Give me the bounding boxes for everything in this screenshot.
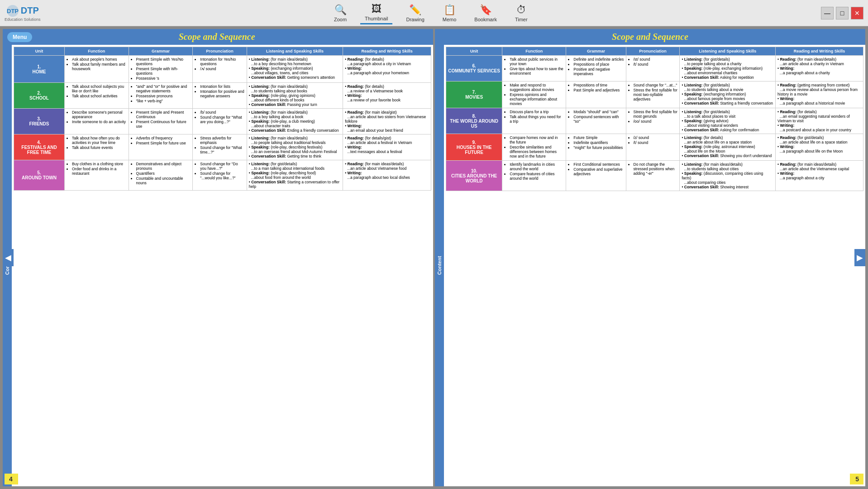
- minimize-button[interactable]: —: [821, 7, 834, 19]
- nav-prev-button[interactable]: ◀: [3, 249, 14, 266]
- grammar-cell-6: Definite and indefinite articlesPreposit…: [566, 56, 626, 82]
- menu-button[interactable]: Menu: [7, 32, 32, 42]
- reading-cell-1: • Reading: (for details) ...a paragraph …: [343, 56, 431, 83]
- function-cell-9: Compare homes now and in the futureDescr…: [502, 134, 566, 161]
- reading-cell-10: • Reading: (for main ideas/details) ...a…: [776, 161, 863, 191]
- unit-cell-4: 4.FESTIVALS AND FREE TIME: [14, 134, 65, 160]
- timer-icon: ⏱: [516, 4, 526, 16]
- nav-next-button[interactable]: ▶: [854, 249, 865, 266]
- reading-cell-8: • Reading: (for details) ...an email sug…: [776, 108, 863, 134]
- left-table-header: Unit Function Grammar Pronunciation List…: [14, 47, 431, 56]
- content-label-right: Content: [435, 45, 444, 486]
- grammar-cell-5: Demonstratives and object pronounsQuanti…: [129, 160, 193, 191]
- function-cell-1: Ask about people's homesTalk about famil…: [64, 56, 129, 83]
- drawing-icon: ✏️: [409, 4, 421, 16]
- col-function-left: Function: [64, 47, 129, 56]
- function-cell-5: Buy clothes in a clothing storeOrder foo…: [64, 160, 129, 191]
- col-unit-left: Unit: [14, 47, 65, 56]
- right-scope-title: Scope and Sequence: [467, 32, 834, 42]
- page-right: Scope and Sequence Content Unit Function…: [435, 29, 865, 486]
- table-row: 8.THE WORLD AROUND US Discuss plans for …: [446, 108, 863, 134]
- page-number-right: 5: [850, 474, 863, 484]
- listening-cell-10: • Listening: (for main ideas/details) ..…: [680, 161, 776, 191]
- left-table-area: Unit Function Grammar Pronunciation List…: [12, 45, 433, 486]
- table-row: 7.MOVIES Make and respond to suggestions…: [446, 82, 863, 108]
- grammar-cell-4: Adverbs of frequencyPresent Simple for f…: [129, 134, 193, 160]
- reading-cell-4: • Reading: (for details/gist) ...an arti…: [343, 134, 431, 160]
- bookmark-tool[interactable]: 🔖 Bookmark: [470, 2, 501, 24]
- timer-tool[interactable]: ⏱ Timer: [510, 2, 532, 24]
- drawing-tool[interactable]: ✏️ Drawing: [401, 2, 429, 24]
- svg-text:DTP: DTP: [7, 8, 19, 14]
- zoom-tool[interactable]: 🔍 Zoom: [329, 2, 351, 24]
- reading-cell-7: • Reading: (getting meaning from context…: [776, 82, 863, 108]
- right-table-area: Unit Function Grammar Pronunciation List…: [444, 45, 865, 486]
- listening-cell-3: • Listening: (for main idea/details) ...…: [247, 109, 343, 134]
- left-table: Unit Function Grammar Pronunciation List…: [14, 47, 431, 191]
- function-cell-8: Discuss plans for a tripTalk about thing…: [502, 108, 566, 134]
- pronunciation-cell-7: Sound change for "...at..."Stress the fi…: [626, 82, 680, 108]
- unit-cell-1: 1.HOME: [14, 56, 65, 83]
- timer-label: Timer: [515, 17, 528, 22]
- pronunciation-cell-6: /st/ sound/t/ sound: [626, 56, 680, 82]
- table-row: 9.HOUSES IN THE FUTURE Compare homes now…: [446, 134, 863, 161]
- right-table: Unit Function Grammar Pronunciation List…: [446, 47, 863, 191]
- table-row: 6.COMMUNITY SERVICES Talk about public s…: [446, 56, 863, 82]
- function-cell-10: Identify landmarks in cities around the …: [502, 161, 566, 191]
- page-number-left: 4: [5, 474, 18, 484]
- logo-subtitle: Education Solutions: [5, 17, 41, 22]
- grammar-cell-2: "and" and "or" for positive and negative…: [129, 83, 193, 109]
- pronunciation-cell-8: Stress the first syllable for most gerun…: [626, 108, 680, 134]
- memo-icon: 📋: [444, 4, 456, 16]
- unit-cell-10: 10.CITIES AROUND THE WORLD: [446, 161, 502, 191]
- page-left: Menu Scope and Sequence Content Unit Fun…: [3, 29, 433, 486]
- logo-text: DTP: [21, 5, 39, 16]
- unit-cell-7: 7.MOVIES: [446, 82, 502, 108]
- right-header-inner: Scope and Sequence: [439, 32, 861, 42]
- unit-cell-8: 8.THE WORLD AROUND US: [446, 108, 502, 134]
- col-reading-left: Reading and Writing Skills: [343, 47, 431, 56]
- toolbar-center: 🔍 Zoom 🖼 Thumbnail ✏️ Drawing 📋 Memo 🔖 B…: [329, 1, 532, 24]
- table-row: 2.SCHOOL Talk about school subjects you …: [14, 83, 431, 109]
- unit-cell-5: 5.AROUND TOWN: [14, 160, 65, 191]
- unit-cell-9: 9.HOUSES IN THE FUTURE: [446, 134, 502, 161]
- logo: DTP DTP Education Solutions: [5, 5, 41, 22]
- listening-cell-6: • Listening: (for gist/details) ...to pe…: [680, 56, 776, 82]
- thumbnail-tool[interactable]: 🖼 Thumbnail: [360, 1, 392, 24]
- main-content: Menu Scope and Sequence Content Unit Fun…: [0, 26, 868, 489]
- pronunciation-cell-5: Sound change for "Do you have...?"Sound …: [193, 160, 247, 191]
- table-row: 4.FESTIVALS AND FREE TIME Talk about how…: [14, 134, 431, 160]
- unit-cell-3: 3.FRIENDS: [14, 109, 65, 134]
- pronunciation-cell-1: Intonation for Yes/No questions/ʌ/ sound: [193, 56, 247, 83]
- bookmark-icon: 🔖: [480, 4, 492, 16]
- zoom-label: Zoom: [334, 17, 347, 22]
- col-unit-right: Unit: [446, 47, 502, 56]
- grammar-cell-7: Prepositions of timePast Simple and adje…: [566, 82, 626, 108]
- col-grammar-left: Grammar: [129, 47, 193, 56]
- toolbar-right: — □ ✕: [821, 7, 863, 19]
- reading-cell-6: • Reading: (for main ideas/details) ...a…: [776, 56, 863, 82]
- col-pronunciation-left: Pronunciation: [193, 47, 247, 56]
- reading-cell-5: • Reading: (for main ideas/details) ...a…: [343, 160, 431, 191]
- grammar-cell-8: Modals "should" and "can"Compound senten…: [566, 108, 626, 134]
- pronunciation-cell-2: Intonation for listsIntonation for posit…: [193, 83, 247, 109]
- reading-cell-3: • Reading: (for main idea/gist) ...an ar…: [343, 109, 431, 134]
- table-row: 10.CITIES AROUND THE WORLD Identify land…: [446, 161, 863, 191]
- function-cell-6: Talk about public services in your townG…: [502, 56, 566, 82]
- grammar-cell-3: Present Simple and Present ContinuousPre…: [129, 109, 193, 134]
- right-table-header: Unit Function Grammar Pronunciation List…: [446, 47, 863, 56]
- col-listening-right: Listening and Speaking Skills: [680, 47, 776, 56]
- pronunciation-cell-3: /b/ soundSound change for "What are you …: [193, 109, 247, 134]
- listening-cell-5: • Listening: (for gist/details) ...to a …: [247, 160, 343, 191]
- listening-cell-7: • Listening: (for gist/details) ...to st…: [680, 82, 776, 108]
- reading-cell-9: • Reading: (for gist/details) ...an arti…: [776, 134, 863, 161]
- right-page-header: Scope and Sequence: [435, 29, 865, 45]
- function-cell-2: Talk about school subjects you like or d…: [64, 83, 129, 109]
- close-button[interactable]: ✕: [851, 7, 863, 19]
- table-row: 1.HOME Ask about people's homesTalk abou…: [14, 56, 431, 83]
- col-function-right: Function: [502, 47, 566, 56]
- memo-tool[interactable]: 📋 Memo: [438, 2, 461, 24]
- left-scope-title: Scope and Sequence: [32, 32, 401, 42]
- maximize-button[interactable]: □: [836, 7, 849, 19]
- col-grammar-right: Grammar: [566, 47, 626, 56]
